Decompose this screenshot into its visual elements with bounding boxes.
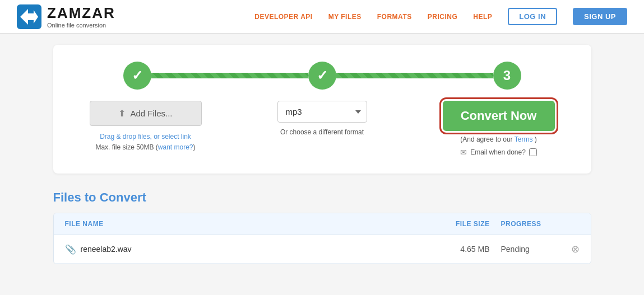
filename-text: reneelab2.wav bbox=[81, 245, 132, 254]
step2-area: mp3 Or choose a different format bbox=[252, 101, 392, 136]
step1-area: ⬆ Add Files... Drag & drop files, or sel… bbox=[76, 101, 216, 153]
signup-button[interactable]: SIGN UP bbox=[573, 8, 627, 25]
step3-circle: 3 bbox=[493, 62, 521, 90]
th-progress: PROGRESS bbox=[490, 220, 580, 228]
nav-pricing[interactable]: PRICING bbox=[428, 13, 458, 21]
progress-text: Pending bbox=[501, 245, 530, 254]
nav-formats[interactable]: FORMATS bbox=[377, 13, 412, 21]
format-hint: Or choose a different format bbox=[280, 128, 364, 136]
add-files-button[interactable]: ⬆ Add Files... bbox=[90, 101, 202, 126]
steps-content: ⬆ Add Files... Drag & drop files, or sel… bbox=[76, 101, 569, 157]
want-more-link[interactable]: want more? bbox=[158, 143, 193, 151]
th-size: FILE SIZE bbox=[434, 220, 490, 228]
remove-icon[interactable]: ⊗ bbox=[571, 243, 580, 255]
step2-circle: ✓ bbox=[308, 62, 336, 90]
td-size: 4.65 MB bbox=[434, 245, 490, 254]
td-progress: Pending ⊗ bbox=[490, 243, 580, 255]
convert-hint: (And agree to our Terms ) bbox=[460, 135, 537, 143]
connector-2 bbox=[336, 73, 493, 78]
step2-check: ✓ bbox=[317, 68, 328, 83]
drag-drop-hint: Drag & drop files, or select link Max. f… bbox=[95, 132, 195, 153]
nav-help[interactable]: HELP bbox=[473, 13, 492, 21]
agree-text: (And agree to our bbox=[460, 135, 512, 143]
main-content: ✓ ✓ 3 ⬆ Add Files... Drag & drop files, … bbox=[42, 45, 603, 264]
step3-area: Convert Now (And agree to our Terms ) ✉ … bbox=[429, 101, 569, 157]
nav-my-files[interactable]: MY FILES bbox=[328, 13, 362, 21]
select-link[interactable]: select link bbox=[161, 133, 191, 141]
upload-icon: ⬆ bbox=[118, 108, 126, 119]
title-highlight: Convert bbox=[100, 190, 146, 204]
logo-area: ZAMZAR Online file conversion bbox=[17, 4, 115, 29]
paperclip-icon: 📎 bbox=[65, 244, 76, 255]
step1-check: ✓ bbox=[132, 68, 143, 83]
agree-text-end: ) bbox=[535, 135, 537, 143]
td-filename: 📎 reneelab2.wav bbox=[65, 244, 434, 255]
login-button[interactable]: LOG IN bbox=[508, 8, 557, 25]
main-nav: DEVELOPER API MY FILES FORMATS PRICING H… bbox=[254, 8, 627, 25]
email-checkbox[interactable] bbox=[529, 148, 537, 156]
logo-icon bbox=[17, 4, 41, 29]
progress-row: ✓ ✓ 3 bbox=[76, 62, 569, 90]
drag-text-static: Drag & drop files, or bbox=[100, 133, 161, 141]
nav-developer-api[interactable]: DEVELOPER API bbox=[254, 13, 312, 21]
th-filename: FILE NAME bbox=[65, 220, 434, 228]
logo-subtitle: Online file conversion bbox=[47, 22, 115, 29]
title-static: Files to bbox=[53, 190, 96, 204]
table-row: 📎 reneelab2.wav 4.65 MB Pending ⊗ bbox=[54, 235, 591, 264]
step3-number: 3 bbox=[503, 68, 511, 83]
add-files-label: Add Files... bbox=[130, 109, 172, 118]
step1-circle: ✓ bbox=[123, 62, 151, 90]
terms-link[interactable]: Terms bbox=[515, 135, 533, 143]
connector-1 bbox=[151, 73, 308, 78]
files-section-title: Files to Convert bbox=[53, 190, 591, 205]
format-select[interactable]: mp3 bbox=[277, 101, 367, 123]
format-select-wrap: mp3 Or choose a different format bbox=[277, 101, 367, 136]
header: ZAMZAR Online file conversion DEVELOPER … bbox=[0, 0, 644, 34]
logo-text: ZAMZAR Online file conversion bbox=[47, 4, 115, 29]
max-text: Max. file size 50MB (want more?) bbox=[95, 143, 195, 151]
table-header: FILE NAME FILE SIZE PROGRESS bbox=[54, 213, 591, 235]
email-icon: ✉ bbox=[460, 148, 467, 157]
convert-now-button[interactable]: Convert Now bbox=[443, 101, 555, 131]
email-row: ✉ Email when done? bbox=[460, 148, 537, 157]
email-label: Email when done? bbox=[470, 148, 526, 156]
logo-name: ZAMZAR bbox=[47, 4, 115, 22]
files-table: FILE NAME FILE SIZE PROGRESS 📎 reneelab2… bbox=[53, 213, 591, 264]
steps-card: ✓ ✓ 3 ⬆ Add Files... Drag & drop files, … bbox=[53, 45, 591, 174]
